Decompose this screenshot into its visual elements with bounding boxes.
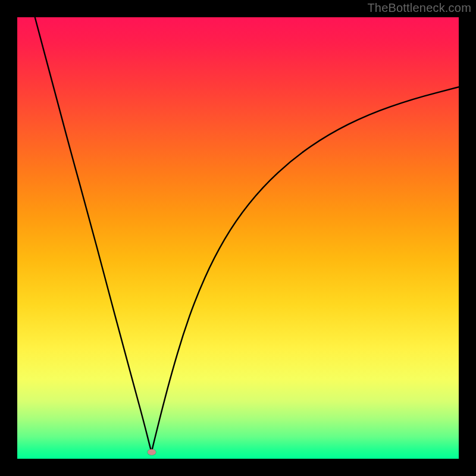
bottleneck-curve bbox=[17, 17, 459, 459]
watermark-text: TheBottleneck.com bbox=[367, 1, 471, 15]
plot-area bbox=[17, 17, 459, 459]
curve-path bbox=[35, 17, 459, 452]
optimum-marker bbox=[148, 449, 156, 455]
chart-frame: TheBottleneck.com bbox=[0, 0, 476, 476]
